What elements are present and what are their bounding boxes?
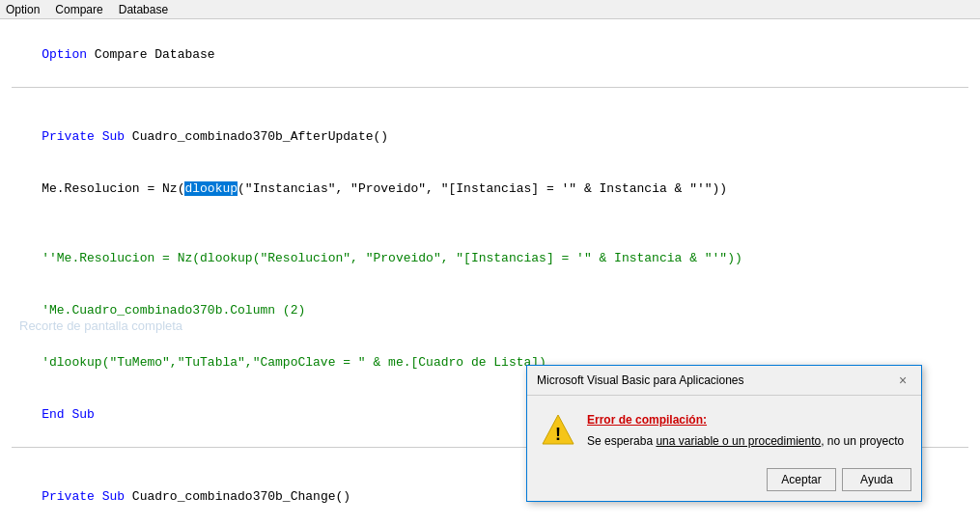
help-button[interactable]: Ayuda <box>842 468 911 491</box>
code-dlookup-line: Me.Resolucion = Nz(dlookup("Instancias",… <box>12 163 968 215</box>
warning-icon: ! <box>541 413 575 451</box>
dialog-title: Microsoft Visual Basic para Aplicaciones <box>537 373 744 387</box>
code-keyword-endsub1: End Sub <box>42 407 95 422</box>
code-keyword-private2: Private Sub <box>42 489 132 504</box>
menu-compare[interactable]: Compare <box>55 3 102 16</box>
error-label: Error de compilación: <box>587 411 904 428</box>
code-keyword-private1: Private Sub <box>42 129 132 144</box>
code-keyword-option: Option <box>42 47 95 62</box>
code-area: Option Compare Database Private Sub Cuad… <box>0 19 980 525</box>
svg-text:!: ! <box>555 425 561 444</box>
top-bar: Option Compare Database <box>0 0 980 19</box>
dialog-body: ! Error de compilación: Se esperaba una … <box>527 396 921 460</box>
dialog-titlebar: Microsoft Visual Basic para Aplicaciones… <box>527 366 921 396</box>
accept-button[interactable]: Aceptar <box>767 468 836 491</box>
code-blank-2 <box>12 215 968 233</box>
underline-text: una variable o un procedimiento <box>656 434 821 448</box>
code-dlookup-highlight: dlookup <box>184 181 238 196</box>
dialog-buttons: Aceptar Ayuda <box>527 460 921 501</box>
error-dialog: Microsoft Visual Basic para Aplicaciones… <box>526 365 922 502</box>
code-sub-1: Private Sub Cuadro_combinado370b_AfterUp… <box>12 111 968 163</box>
code-comment-1: ''Me.Resolucion = Nz(dlookup("Resolucion… <box>12 233 968 285</box>
error-message: Se esperaba una variable o un procedimie… <box>587 432 904 450</box>
code-comment-2: 'Me.Cuadro_combinado370b.Column (2) <box>12 285 968 337</box>
menu-option[interactable]: Option <box>6 3 40 16</box>
error-label-text: Error de compilación: <box>587 413 707 427</box>
warning-triangle-svg: ! <box>541 413 575 448</box>
code-blank-1 <box>12 94 968 111</box>
dialog-close-button[interactable]: × <box>894 372 911 389</box>
menu-database[interactable]: Database <box>119 3 168 16</box>
code-line-option: Option Compare Database <box>12 29 968 81</box>
separator-1 <box>12 87 968 88</box>
dialog-message-area: Error de compilación: Se esperaba una va… <box>587 411 904 450</box>
